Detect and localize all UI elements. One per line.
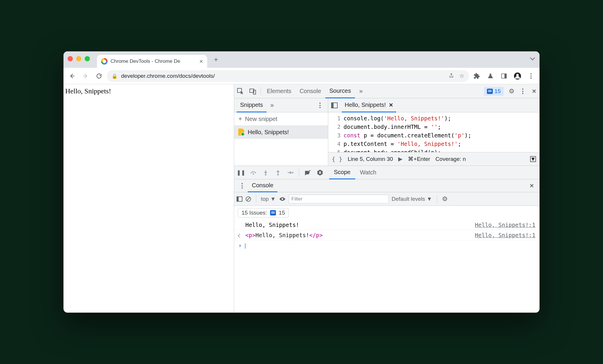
svg-rect-1 — [505, 74, 507, 78]
drawer-tab-console[interactable]: Console — [248, 179, 277, 192]
nav-tab-snippets[interactable]: Snippets — [237, 98, 267, 112]
debugger-toolbar: ❚❚ Scope Watch — [234, 166, 540, 179]
labs-button[interactable] — [485, 70, 496, 82]
show-sidebar-icon[interactable] — [237, 196, 242, 202]
close-file-icon[interactable] — [389, 102, 393, 108]
log-source[interactable]: Hello, Snippets!:1 — [475, 232, 535, 238]
toggle-debugger-icon[interactable]: ▼ — [530, 156, 536, 162]
new-snippet-button[interactable]: + New snippet — [234, 112, 328, 125]
console-row[interactable]: <p>Hello, Snippets!</p> Hello, Snippets!… — [234, 230, 540, 240]
file-tab[interactable]: Hello, Snippets! — [342, 98, 396, 112]
nav-more-tabs[interactable] — [267, 100, 278, 111]
run-icon[interactable] — [398, 156, 403, 162]
tab-console[interactable]: Console — [295, 84, 325, 98]
window-controls — [68, 56, 90, 61]
tab-scope[interactable]: Scope — [329, 166, 355, 179]
console-drawer: Console top ▼ Filter Default levels ▼ — [234, 179, 540, 313]
svg-marker-12 — [317, 170, 323, 176]
svg-rect-14 — [320, 171, 321, 174]
navigator-tabs: Snippets — [234, 98, 328, 112]
pretty-print-icon[interactable]: { } — [332, 156, 342, 163]
share-icon[interactable] — [449, 73, 454, 79]
context-selector[interactable]: top ▼ — [261, 196, 276, 202]
code-editor[interactable]: 1 2 3 4 5 console.log('Hello, Snippets!'… — [328, 112, 540, 152]
devtools-panel: Elements Console Sources 15 Snippets — [234, 84, 540, 313]
svg-line-18 — [247, 197, 250, 201]
new-tab-button[interactable]: + — [211, 54, 221, 65]
pause-button[interactable]: ❚❚ — [235, 167, 247, 178]
tab-title: Chrome DevTools - Chrome De — [110, 58, 196, 64]
tab-watch[interactable]: Watch — [355, 166, 381, 179]
address-bar[interactable]: developer.chrome.com/docs/devtools/ ☆ — [107, 70, 469, 82]
step-button[interactable] — [285, 167, 296, 178]
console-toolbar: top ▼ Filter Default levels ▼ — [234, 192, 540, 206]
editor-statusbar: { } Line 5, Column 30 ⌘+Enter Coverage: … — [328, 152, 540, 166]
flask-icon — [488, 73, 493, 79]
chrome-menu-button[interactable] — [525, 70, 537, 82]
devtools-menu-button[interactable] — [517, 86, 528, 97]
back-button[interactable] — [66, 70, 78, 82]
svg-point-9 — [277, 174, 279, 175]
issues-label: 15 Issues: — [242, 210, 267, 216]
profile-button[interactable] — [512, 70, 523, 82]
tab-sources[interactable]: Sources — [325, 84, 355, 98]
maximize-window-button[interactable] — [85, 56, 90, 61]
log-source[interactable]: Hello, Snippets!:1 — [475, 222, 535, 228]
log-message: <p>Hello, Snippets!</p> — [245, 232, 475, 238]
side-panel-icon — [501, 73, 507, 79]
chat-icon — [270, 210, 276, 215]
console-settings-icon[interactable] — [442, 195, 448, 203]
toggle-navigator-icon[interactable] — [331, 102, 338, 108]
step-over-button[interactable] — [248, 167, 259, 178]
console-row[interactable]: Hello, Snippets! Hello, Snippets!:1 — [234, 220, 540, 230]
drawer-menu-button[interactable] — [237, 180, 248, 191]
extensions-button[interactable] — [471, 70, 483, 82]
device-icon — [249, 88, 256, 95]
levels-selector[interactable]: Default levels ▼ — [392, 196, 432, 202]
close-devtools-button[interactable] — [528, 86, 540, 97]
close-tab-icon[interactable]: ✕ — [199, 59, 203, 64]
tab-elements[interactable]: Elements — [263, 84, 295, 98]
svg-rect-16 — [237, 197, 239, 201]
editor-pane: Hello, Snippets! 1 2 3 4 5 console.log('… — [328, 98, 540, 166]
url-text: developer.chrome.com/docs/devtools/ — [121, 73, 215, 79]
device-toolbar-button[interactable] — [247, 88, 259, 95]
run-hint: ⌘+Enter — [408, 156, 430, 162]
step-out-button[interactable] — [272, 167, 284, 178]
more-tabs-button[interactable] — [355, 84, 367, 98]
settings-button[interactable] — [506, 86, 517, 97]
issues-pill-count: 15 — [279, 210, 285, 216]
minimize-window-button[interactable] — [76, 56, 81, 61]
side-panel-button[interactable] — [498, 70, 510, 82]
inspect-element-button[interactable] — [234, 88, 247, 95]
page-body: Hello, Snippets! — [63, 84, 234, 313]
close-window-button[interactable] — [68, 56, 73, 61]
reload-button[interactable] — [93, 70, 105, 82]
pause-on-exceptions-button[interactable] — [314, 167, 326, 178]
star-icon[interactable]: ☆ — [459, 73, 464, 79]
arrow-left-icon — [69, 73, 75, 79]
content-area: Hello, Snippets! Elements Console Source… — [63, 84, 540, 313]
page-text: Hello, Snippets! — [65, 87, 111, 95]
live-expression-icon[interactable] — [279, 197, 286, 201]
browser-window: Chrome DevTools - Chrome De ✕ + develope… — [63, 51, 540, 313]
issues-row: 15 Issues: 15 — [234, 206, 540, 220]
snippet-name: Hello, Snippets! — [248, 129, 289, 136]
step-into-button[interactable] — [260, 167, 271, 178]
browser-toolbar: developer.chrome.com/docs/devtools/ ☆ — [63, 68, 540, 84]
nav-menu-button[interactable] — [314, 100, 326, 111]
close-drawer-button[interactable] — [526, 180, 537, 191]
clear-console-icon[interactable] — [245, 196, 251, 202]
forward-button[interactable] — [80, 70, 91, 82]
snippet-item[interactable]: Hello, Snippets! — [234, 125, 328, 139]
issues-badge[interactable]: 15 — [484, 87, 504, 96]
tab-search-icon[interactable] — [531, 55, 534, 61]
issues-pill[interactable]: 15 Issues: 15 — [238, 208, 289, 218]
arrow-right-icon — [82, 73, 89, 79]
console-prompt[interactable]: › — [234, 240, 540, 250]
snippet-file-icon — [238, 129, 244, 136]
debug-sidebar-tabs: Scope Watch — [329, 166, 381, 179]
deactivate-breakpoints-button[interactable] — [302, 167, 313, 178]
filter-input[interactable]: Filter — [289, 195, 389, 203]
browser-tab[interactable]: Chrome DevTools - Chrome De ✕ — [97, 55, 207, 68]
